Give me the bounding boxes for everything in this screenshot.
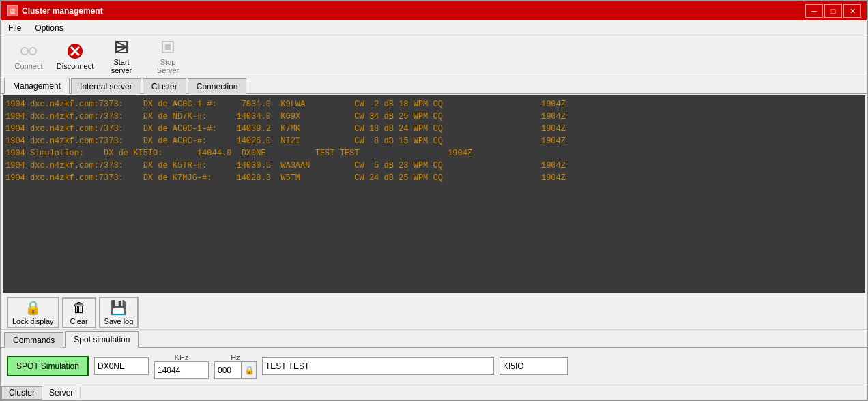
freq-lock-icon[interactable]: 🔒 [242,361,257,379]
stop-server-icon [158,38,177,57]
connect-button[interactable]: Connect [7,38,50,74]
main-tabs: Management Internal server Cluster Conne… [1,76,867,94]
minimize-button[interactable]: ─ [805,4,823,18]
status-cluster[interactable]: Cluster [1,386,42,400]
main-content: 1904 dxc.n4zkf.com:7373: DX de AC0C-1-#:… [1,94,867,385]
disconnect-icon [66,42,85,61]
connect-icon [19,42,38,61]
menu-options[interactable]: Options [28,22,70,34]
save-icon: 💾 [110,299,127,316]
bottom-toolbar: 🔒 Lock display 🗑 Clear 💾 Save log [1,295,867,330]
freq-group: KHz [154,353,209,379]
dx-input[interactable] [94,357,149,375]
title-bar-left: 🖥 Cluster management [7,5,103,16]
tab-management[interactable]: Management [4,78,70,94]
sub-tabs: Commands Spot simulation [1,330,867,348]
lock-display-button[interactable]: 🔒 Lock display [7,297,59,328]
freq-hz-input[interactable] [214,361,242,379]
clear-button[interactable]: 🗑 Clear [62,297,96,328]
callsign-input[interactable] [500,357,568,375]
start-server-icon [112,38,131,57]
disconnect-button[interactable]: Disconnect [53,38,97,74]
freq-hz-row: 🔒 [214,361,257,379]
spot-simulation-button[interactable]: SPOT Simulation [7,356,89,376]
app-icon: 🖥 [7,5,18,16]
svg-point-0 [21,48,28,55]
freq-khz-input[interactable] [154,361,209,379]
window-title: Cluster management [22,6,103,16]
log-area[interactable]: 1904 dxc.n4zkf.com:7373: DX de AC0C-1-#:… [3,95,865,293]
menu-file[interactable]: File [1,22,28,34]
sub-tab-spot-simulation[interactable]: Spot simulation [65,331,139,348]
log-line-6: 1904 dxc.n4zkf.com:7373: DX de K5TR-#: 1… [5,160,863,172]
tab-internal-server[interactable]: Internal server [71,78,141,94]
start-server-button[interactable]: Start server [100,34,143,78]
toolbar: Connect Disconnect Start server [1,35,867,76]
status-server[interactable]: Server [42,387,81,399]
status-bar: Cluster Server [1,385,867,400]
title-bar: 🖥 Cluster management ─ □ ✕ [1,1,867,20]
log-line-1: 1904 dxc.n4zkf.com:7373: DX de AC0C-1-#:… [5,98,863,110]
freq-hz-group: Hz 🔒 [214,353,257,379]
log-line-2: 1904 dxc.n4zkf.com:7373: DX de ND7K-#: 1… [5,110,863,123]
trash-icon: 🗑 [72,300,86,316]
log-line-3: 1904 dxc.n4zkf.com:7373: DX de AC0C-1-#:… [5,123,863,135]
khz-label: KHz [175,353,189,361]
hz-label: Hz [231,353,240,361]
lock-icon: 🔒 [25,299,42,316]
stop-server-button[interactable]: Stop Server [146,34,190,78]
log-line-7: 1904 dxc.n4zkf.com:7373: DX de K7MJG-#: … [5,172,863,184]
sub-tab-commands[interactable]: Commands [4,332,63,348]
log-line-4: 1904 dxc.n4zkf.com:7373: DX de AC0C-#: 1… [5,135,863,147]
log-line-5: 1904 Simulation: DX de KI5IO: 14044.0 DX… [5,147,863,160]
save-log-button[interactable]: 💾 Save log [99,297,139,328]
main-window: 🖥 Cluster management ─ □ ✕ File Options … [0,0,868,401]
comment-input[interactable] [262,357,494,375]
tab-connection[interactable]: Connection [188,78,247,94]
tab-cluster[interactable]: Cluster [143,78,186,94]
svg-rect-7 [165,44,171,50]
title-bar-controls: ─ □ ✕ [805,4,861,18]
close-button[interactable]: ✕ [843,4,861,18]
maximize-button[interactable]: □ [824,4,842,18]
simulation-panel: SPOT Simulation KHz Hz 🔒 [1,348,867,385]
svg-point-1 [29,48,36,55]
